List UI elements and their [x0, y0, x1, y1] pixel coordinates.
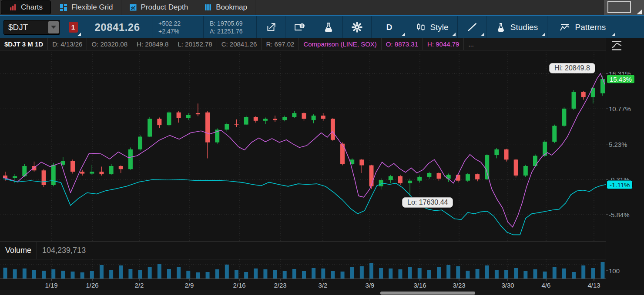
- time-scrollbar-thumb[interactable]: [380, 292, 475, 295]
- volume-label[interactable]: Volume: [0, 242, 37, 259]
- trading-platform-window: 1/191/262/22/92/162/233/23/93/163/233/30…: [0, 0, 644, 295]
- time-scrollbar-track: [0, 290, 644, 295]
- axis-divider: [606, 38, 606, 279]
- volume-value: 104,239,713: [37, 242, 91, 259]
- volume-pane-header: Volume 104,239,713: [0, 242, 606, 259]
- price-axis-settings-icon[interactable]: [610, 40, 623, 51]
